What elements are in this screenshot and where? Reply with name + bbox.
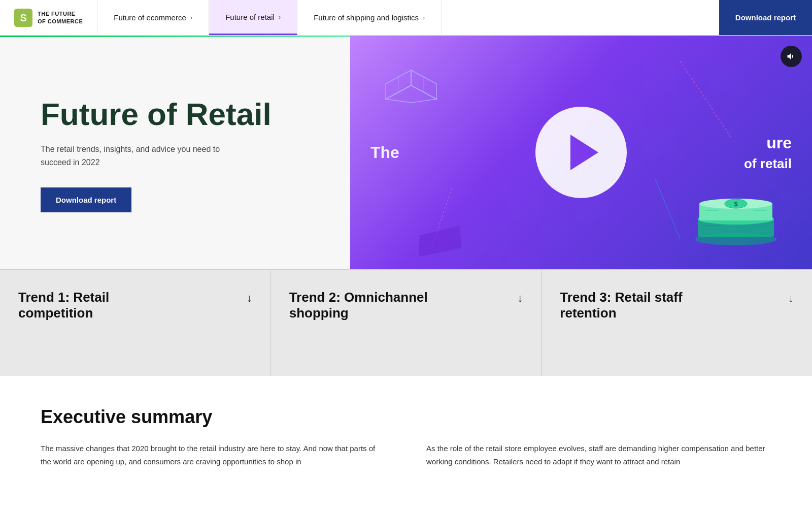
chevron-icon-ecommerce: › — [190, 14, 192, 21]
trend-label-1: Trend 1: Retail competition — [18, 290, 171, 321]
cash-stack-decoration: $ — [690, 181, 782, 249]
svg-line-2 — [655, 178, 680, 239]
video-text-left: The — [370, 141, 399, 164]
trend-arrow-3: ↓ — [788, 292, 794, 305]
shopify-icon: S — [14, 9, 32, 27]
exec-summary-columns: The massive changes that 2020 brought to… — [41, 442, 771, 469]
nav-label-shipping: Future of shipping and logistics — [314, 13, 419, 22]
purple-block-decoration — [419, 226, 461, 257]
hero-download-button[interactable]: Download report — [41, 187, 131, 212]
iso-box-decoration — [381, 66, 442, 109]
logo-text: THE FUTURE OF COMMERCE — [38, 10, 83, 25]
logo[interactable]: S THE FUTURE OF COMMERCE — [0, 0, 97, 35]
svg-text:S: S — [20, 12, 26, 23]
play-triangle-icon — [570, 135, 598, 170]
nav-item-shipping[interactable]: Future of shipping and logistics › — [297, 0, 442, 35]
nav-download-button[interactable]: Download report — [719, 0, 812, 35]
trend-item-2[interactable]: Trend 2: Omnichannel shopping ↓ — [271, 270, 542, 376]
exec-summary-section: Executive summary The massive changes th… — [0, 376, 812, 499]
sound-button[interactable] — [781, 46, 802, 67]
nav-item-retail[interactable]: Future of retail › — [209, 0, 297, 35]
trend-arrow-2: ↓ — [517, 292, 523, 305]
svg-text:$: $ — [734, 201, 738, 208]
trend-arrow-1: ↓ — [247, 292, 252, 305]
exec-summary-col2: As the role of the retail store employee… — [426, 442, 771, 469]
nav-label-ecommerce: Future of ecommerce — [114, 13, 186, 22]
video-text-right: ure of retail — [744, 132, 792, 173]
trends-section: Trend 1: Retail competition ↓ Trend 2: O… — [0, 269, 812, 376]
hero-subtitle: The retail trends, insights, and advice … — [41, 143, 223, 169]
sound-icon — [786, 51, 796, 61]
trend-label-2: Trend 2: Omnichannel shopping — [289, 290, 442, 321]
main-nav: S THE FUTURE OF COMMERCE Future of ecomm… — [0, 0, 812, 36]
hero-title: Future of Retail — [41, 98, 320, 131]
hero-left-panel: Future of Retail The retail trends, insi… — [0, 36, 350, 269]
trend-item-3[interactable]: Trend 3: Retail staff retention ↓ — [542, 270, 812, 376]
exec-summary-title: Executive summary — [41, 406, 771, 428]
play-button[interactable] — [535, 107, 627, 198]
hero-right-panel: The ure of retail $ — [350, 36, 812, 269]
chevron-icon-shipping: › — [423, 14, 425, 21]
svg-line-4 — [680, 61, 731, 137]
nav-item-ecommerce[interactable]: Future of ecommerce › — [97, 0, 209, 35]
hero-section: Future of Retail The retail trends, insi… — [0, 36, 812, 269]
exec-summary-col1: The massive changes that 2020 brought to… — [41, 442, 386, 469]
trend-label-3: Trend 3: Retail staff retention — [560, 290, 712, 321]
nav-label-retail: Future of retail — [225, 13, 275, 21]
trend-item-1[interactable]: Trend 1: Retail competition ↓ — [0, 270, 271, 376]
svg-marker-7 — [386, 85, 436, 103]
chevron-icon-retail: › — [279, 13, 281, 21]
nav-items: Future of ecommerce › Future of retail ›… — [97, 0, 719, 35]
